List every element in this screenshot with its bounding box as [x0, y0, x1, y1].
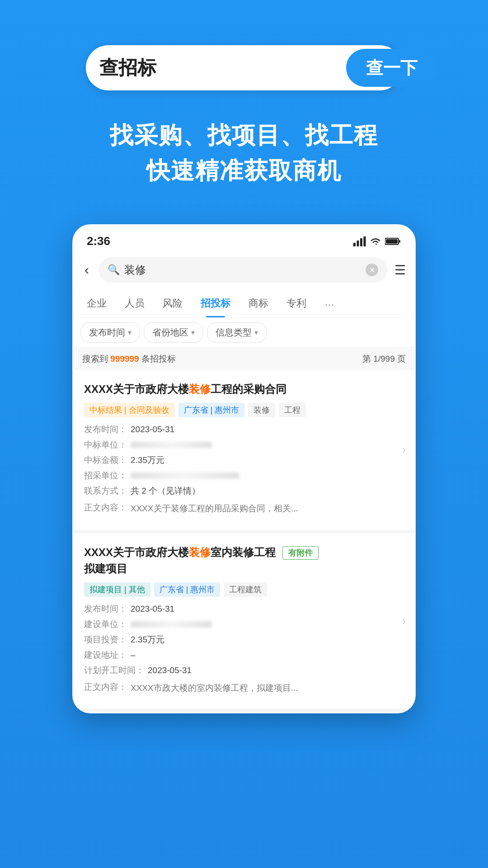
label-content: 正文内容：: [84, 502, 127, 514]
search-input[interactable]: [99, 57, 346, 79]
chevron-down-icon: ▾: [128, 328, 131, 337]
label-contact: 联系方式：: [84, 485, 127, 497]
svg-rect-3: [364, 236, 366, 246]
card-2-title: XXXX关于市政府大楼装修室内装修工程 有附件 拟建项目: [84, 544, 404, 577]
subtitle-line2: 快速精准获取商机: [110, 153, 378, 188]
value-winning-amount: 2.35万元: [131, 454, 164, 466]
tab-more[interactable]: …: [315, 289, 343, 317]
tab-people[interactable]: 人员: [116, 289, 154, 317]
value-publish-date: 2023-05-31: [131, 425, 174, 434]
tab-trademark[interactable]: 商标: [239, 289, 277, 317]
results-summary: 搜索到 999999 条招投标: [82, 353, 176, 365]
svg-rect-0: [353, 243, 356, 246]
card-2-address: 建设地址： –: [84, 649, 404, 661]
label-publish-date: 发布时间：: [84, 424, 127, 435]
card-2-builder: 建设单位：: [84, 618, 404, 630]
tag-location-2: 广东省 | 惠州市: [154, 582, 221, 597]
value-start-time: 2023-05-31: [148, 665, 192, 675]
tab-patent[interactable]: 专利: [277, 289, 315, 317]
label-content-2: 正文内容：: [84, 681, 127, 693]
tag-construction: 工程建筑: [224, 582, 267, 597]
filter-row: 发布时间 ▾ 省份地区 ▾ 信息类型 ▾: [73, 318, 415, 348]
filter-sort-button[interactable]: ☰: [394, 263, 406, 278]
filter-region[interactable]: 省份地区 ▾: [144, 322, 203, 343]
tag-decoration: 装修: [248, 403, 275, 417]
status-icons: [353, 236, 401, 246]
value-address: –: [131, 650, 136, 660]
tag-has-attachment: 有附件: [282, 546, 319, 560]
label-address: 建设地址：: [84, 649, 127, 661]
card-1-title-before: XXXX关于市政府大楼: [84, 383, 189, 395]
svg-rect-6: [386, 239, 398, 244]
card-1-content-preview: 正文内容： XXXX关于装修工程的用品采购合同，相关...: [84, 500, 404, 515]
nav-bar: ‹ 🔍 装修 ✕ ☰: [73, 253, 415, 289]
filter-region-label: 省份地区: [152, 326, 188, 339]
label-publish-date-2: 发布时间：: [84, 603, 127, 615]
tag-proposed-project: 拟建项目 | 其他: [84, 582, 150, 597]
back-button[interactable]: ‹: [82, 260, 91, 280]
card-2-publish-date: 发布时间： 2023-05-31: [84, 603, 404, 615]
results-suffix: 条招投标: [141, 354, 176, 363]
card-1-contact: 联系方式： 共 2 个（见详情）: [84, 485, 404, 497]
card-1-highlight: 装修: [189, 383, 211, 395]
tab-risk[interactable]: 风险: [154, 289, 192, 317]
subtitle: 找采购、找项目、找工程 快速精准获取商机: [110, 118, 378, 188]
card-1-title: XXXX关于市政府大楼装修工程的采购合同: [84, 381, 404, 397]
search-bar-container: 查一下: [86, 45, 402, 90]
category-tabs: 企业 人员 风险 招投标 商标 专利 …: [73, 289, 415, 318]
card-1-title-after: 工程的采购合同: [211, 383, 286, 395]
svg-rect-1: [357, 241, 359, 246]
result-card-2[interactable]: XXXX关于市政府大楼装修室内装修工程 有附件 拟建项目 拟建项目 | 其他 广…: [73, 533, 415, 713]
search-button[interactable]: 查一下: [346, 49, 437, 87]
value-content-preview: XXXX关于装修工程的用品采购合同，相关...: [131, 502, 298, 515]
label-winning-unit: 中标单位：: [84, 439, 127, 451]
card-2-title-before: XXXX关于市政府大楼: [84, 546, 189, 558]
value-contact: 共 2 个（见详情）: [131, 485, 200, 497]
status-bar: 2:36: [73, 225, 415, 253]
search-box[interactable]: 🔍 装修 ✕: [99, 257, 387, 283]
tab-bidding[interactable]: 招投标: [192, 289, 239, 317]
filter-time[interactable]: 发布时间 ▾: [80, 322, 140, 343]
wifi-icon: [370, 237, 381, 246]
card-2-start-time: 计划开工时间： 2023-05-31: [84, 665, 404, 676]
card-2-investment: 项目投资： 2.35万元: [84, 634, 404, 646]
tab-enterprise[interactable]: 企业: [78, 289, 116, 317]
search-icon: 🔍: [108, 264, 120, 276]
card-1-publish-date: 发布时间： 2023-05-31: [84, 424, 404, 435]
label-start-time: 计划开工时间：: [84, 665, 144, 676]
results-info: 搜索到 999999 条招投标 第 1/999 页: [73, 348, 415, 370]
svg-rect-2: [360, 238, 362, 246]
tag-bid-result: 中标结果 | 合同及验收: [84, 403, 175, 417]
value-content-preview-2: XXXX市政大楼的室内装修工程，拟建项目...: [131, 682, 298, 695]
value-investment: 2.35万元: [131, 634, 164, 646]
page-wrapper: 查一下 找采购、找项目、找工程 快速精准获取商机 2:36: [0, 0, 488, 868]
tag-location: 广东省 | 惠州市: [178, 403, 245, 417]
card-1-winning-amount: 中标金额： 2.35万元: [84, 454, 404, 466]
clear-button[interactable]: ✕: [366, 264, 378, 276]
filter-type[interactable]: 信息类型 ▾: [207, 322, 267, 343]
tag-engineering: 工程: [279, 403, 306, 417]
value-builder-blurred: [131, 621, 212, 627]
card-2-tags: 拟建项目 | 其他 广东省 | 惠州市 工程建筑: [84, 582, 404, 597]
filter-type-label: 信息类型: [216, 326, 252, 339]
label-procurement-unit: 招采单位：: [84, 470, 127, 481]
card-2-title-after: 室内装修工程: [211, 546, 276, 558]
card-1-procurement-unit: 招采单位：: [84, 470, 404, 481]
value-procurement-unit-blurred: [131, 472, 239, 479]
svg-rect-5: [399, 240, 400, 243]
card-2-arrow-icon: ›: [402, 615, 406, 627]
value-publish-date-2: 2023-05-31: [131, 604, 174, 614]
label-builder: 建设单位：: [84, 618, 127, 630]
card-1-tags: 中标结果 | 合同及验收 广东省 | 惠州市 装修 工程: [84, 403, 404, 417]
battery-icon: [385, 237, 401, 245]
signal-icon: [353, 236, 366, 246]
subtitle-line1: 找采购、找项目、找工程: [110, 118, 378, 153]
value-winning-unit-blurred: [131, 442, 212, 448]
results-prefix: 搜索到: [82, 354, 110, 363]
phone-mockup: 2:36: [72, 224, 416, 713]
card-2-content-preview: 正文内容： XXXX市政大楼的室内装修工程，拟建项目...: [84, 680, 404, 695]
result-card-1[interactable]: XXXX关于市政府大楼装修工程的采购合同 中标结果 | 合同及验收 广东省 | …: [73, 370, 415, 533]
card-1-arrow-icon: ›: [402, 443, 406, 456]
results-page: 第 1/999 页: [362, 353, 406, 365]
status-time: 2:36: [87, 234, 110, 248]
